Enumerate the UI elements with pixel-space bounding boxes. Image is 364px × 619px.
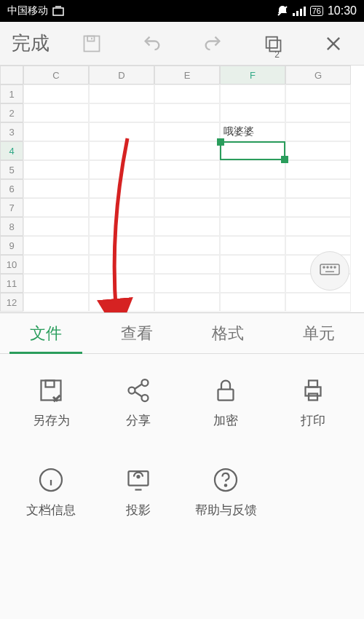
cell-G5[interactable] — [285, 160, 351, 179]
cell-E1[interactable] — [154, 84, 220, 103]
close-icon[interactable] — [304, 33, 364, 54]
row-header-11[interactable]: 11 — [0, 274, 23, 293]
row-header-12[interactable]: 12 — [0, 293, 23, 312]
row-header-3[interactable]: 3 — [0, 122, 23, 141]
cell-E10[interactable] — [154, 255, 220, 274]
row-header-7[interactable]: 7 — [0, 198, 23, 217]
cell-D4[interactable] — [89, 141, 154, 160]
cell-D5[interactable] — [89, 160, 154, 179]
cell-C6[interactable] — [23, 179, 89, 198]
cell-E7[interactable] — [154, 198, 220, 217]
cell-C2[interactable] — [23, 103, 89, 122]
redo-icon[interactable] — [182, 33, 242, 54]
cell-D6[interactable] — [89, 179, 154, 198]
tab-文件[interactable]: 文件 — [0, 314, 91, 353]
cell-F6[interactable] — [220, 179, 285, 198]
row-header-4[interactable]: 4 — [0, 141, 23, 160]
cell-G12[interactable] — [285, 293, 351, 312]
action-encrypt[interactable]: 加密 — [182, 376, 269, 429]
row-header-6[interactable]: 6 — [0, 179, 23, 198]
cell-E9[interactable] — [154, 236, 220, 255]
cell-D7[interactable] — [89, 198, 154, 217]
cell-D10[interactable] — [89, 255, 154, 274]
cell-G9[interactable] — [285, 236, 351, 255]
svg-rect-3 — [296, 11, 298, 16]
cell-D8[interactable] — [89, 217, 154, 236]
row-header-10[interactable]: 10 — [0, 255, 23, 274]
cell-C5[interactable] — [23, 160, 89, 179]
cell-F10[interactable] — [220, 255, 285, 274]
action-help[interactable]: 帮助与反馈 — [182, 465, 269, 519]
corner-cell[interactable] — [0, 66, 23, 84]
cell-G8[interactable] — [285, 217, 351, 236]
cell-E8[interactable] — [154, 217, 220, 236]
col-header-C[interactable]: C — [23, 66, 89, 84]
save-icon[interactable] — [61, 33, 122, 54]
svg-rect-4 — [300, 9, 302, 16]
cell-G7[interactable] — [285, 198, 351, 217]
svg-rect-2 — [293, 13, 295, 16]
cell-G2[interactable] — [285, 103, 351, 122]
action-print[interactable]: 打印 — [269, 376, 357, 429]
tab-单元[interactable]: 单元 — [273, 314, 364, 353]
action-save-as[interactable]: 另存为 — [7, 376, 95, 429]
cell-C8[interactable] — [23, 217, 89, 236]
cell-E3[interactable] — [154, 122, 220, 141]
cell-E12[interactable] — [154, 293, 220, 312]
row-header-2[interactable]: 2 — [0, 103, 23, 122]
action-doc-info[interactable]: 文档信息 — [7, 465, 95, 519]
cell-F5[interactable] — [220, 160, 285, 179]
col-header-G[interactable]: G — [285, 66, 351, 84]
cell-F11[interactable] — [220, 274, 285, 293]
cell-E5[interactable] — [154, 160, 220, 179]
cell-F1[interactable] — [220, 84, 285, 103]
cell-G6[interactable] — [285, 179, 351, 198]
copy-stack-icon[interactable]: 2 — [243, 33, 304, 54]
undo-icon[interactable] — [122, 33, 182, 54]
cell-C11[interactable] — [23, 274, 89, 293]
svg-line-24 — [135, 385, 142, 389]
signal-icon — [293, 6, 306, 16]
row-header-9[interactable]: 9 — [0, 236, 23, 255]
cell-C3[interactable] — [23, 122, 89, 141]
col-header-D[interactable]: D — [89, 66, 154, 84]
cell-D9[interactable] — [89, 236, 154, 255]
cell-C4[interactable] — [23, 141, 89, 160]
spreadsheet-area[interactable]: CDEFG123哦婆婆456789101112 — [0, 66, 364, 313]
cell-F8[interactable] — [220, 217, 285, 236]
cell-E2[interactable] — [154, 103, 220, 122]
selection-box[interactable] — [220, 141, 285, 160]
row-header-1[interactable]: 1 — [0, 84, 23, 103]
cell-D12[interactable] — [89, 293, 154, 312]
cell-E11[interactable] — [154, 274, 220, 293]
cell-D2[interactable] — [89, 103, 154, 122]
col-header-E[interactable]: E — [154, 66, 220, 84]
cell-F7[interactable] — [220, 198, 285, 217]
row-header-8[interactable]: 8 — [0, 217, 23, 236]
cell-F9[interactable] — [220, 236, 285, 255]
tab-查看[interactable]: 查看 — [91, 314, 182, 353]
cell-G3[interactable] — [285, 122, 351, 141]
cell-E6[interactable] — [154, 179, 220, 198]
action-share[interactable]: 分享 — [95, 376, 182, 429]
row-header-5[interactable]: 5 — [0, 160, 23, 179]
cell-F12[interactable] — [220, 293, 285, 312]
cell-C12[interactable] — [23, 293, 89, 312]
cell-G1[interactable] — [285, 84, 351, 103]
cell-F3[interactable]: 哦婆婆 — [220, 122, 285, 141]
cell-G4[interactable] — [285, 141, 351, 160]
cell-C7[interactable] — [23, 198, 89, 217]
col-header-F[interactable]: F — [220, 66, 285, 84]
tab-格式[interactable]: 格式 — [182, 314, 273, 353]
cell-D1[interactable] — [89, 84, 154, 103]
done-button[interactable]: 完成 — [0, 31, 61, 56]
cell-C9[interactable] — [23, 236, 89, 255]
cell-C1[interactable] — [23, 84, 89, 103]
cell-C10[interactable] — [23, 255, 89, 274]
cell-E4[interactable] — [154, 141, 220, 160]
cell-F2[interactable] — [220, 103, 285, 122]
action-cast[interactable]: 投影 — [95, 465, 182, 519]
cell-D3[interactable] — [89, 122, 154, 141]
keyboard-float-button[interactable] — [310, 251, 349, 291]
cell-D11[interactable] — [89, 274, 154, 293]
